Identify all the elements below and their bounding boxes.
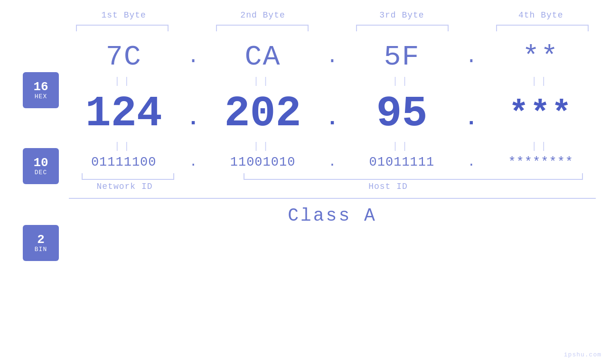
bin-byte2: 11001010: [213, 155, 313, 169]
equals-1-b4: ||: [491, 76, 591, 87]
dot-bin-2: .: [323, 155, 342, 169]
hex-badge-number: 16: [33, 81, 48, 93]
byte2-header: 2nd Byte: [213, 10, 313, 20]
byte3-header: 3rd Byte: [352, 10, 451, 20]
byte4-header: 4th Byte: [491, 10, 591, 20]
bin-row: 01111100 . 11001010 . 01011111 . *******…: [69, 155, 596, 169]
hex-badge-label: HEX: [35, 93, 47, 100]
dec-byte4: ***: [491, 95, 591, 133]
dec-badge: 10 DEC: [23, 148, 59, 184]
bin-badge: 2 BIN: [23, 225, 59, 261]
dot-dec-2: .: [323, 97, 342, 131]
page: 16 HEX 10 DEC 2 BIN 1st Byte 2nd Byte 3r…: [0, 0, 610, 364]
equals-2-b2: ||: [213, 141, 313, 152]
bracket-top-2: [216, 25, 309, 31]
dot-dec-3: .: [462, 97, 481, 131]
equals-2-b4: ||: [491, 141, 591, 152]
dot-hex-1: .: [184, 46, 203, 68]
equals-1-b1: ||: [74, 76, 174, 87]
hex-row: 7C . CA . 5F . **: [69, 41, 596, 73]
dec-byte3: 95: [352, 90, 451, 138]
bin-badge-label: BIN: [35, 246, 47, 253]
equals-row-2: || || || ||: [69, 141, 596, 152]
equals-1-b2: ||: [213, 76, 313, 87]
hex-byte4: **: [491, 41, 591, 73]
dot-hex-2: .: [323, 46, 342, 68]
dec-badge-label: DEC: [35, 169, 47, 176]
network-id-label: Network ID: [69, 182, 180, 191]
horizontal-divider: [69, 198, 596, 199]
hex-byte1: 7C: [74, 41, 174, 73]
bin-badge-number: 2: [37, 233, 45, 246]
bracket-top-3: [356, 25, 449, 31]
dot-bin-1: .: [184, 155, 203, 169]
top-brackets: [69, 25, 596, 31]
bracket-bottom-1: [82, 173, 174, 180]
dot-bin-3: .: [462, 155, 481, 169]
dot-dec-1: .: [184, 97, 203, 131]
main-content: 1st Byte 2nd Byte 3rd Byte 4th Byte 7C .…: [69, 10, 596, 226]
bracket-bottom-host: [244, 173, 583, 180]
equals-2-b3: ||: [352, 141, 451, 152]
equals-row-1: || || || ||: [69, 76, 596, 87]
dec-byte1: 124: [74, 90, 174, 138]
equals-1-b3: ||: [352, 76, 451, 87]
hex-byte2: CA: [213, 41, 313, 73]
dec-byte2: 202: [213, 90, 313, 138]
hex-byte3: 5F: [352, 41, 451, 73]
header-row: 1st Byte 2nd Byte 3rd Byte 4th Byte: [69, 10, 596, 25]
dot-hex-3: .: [462, 46, 481, 68]
class-label: Class A: [69, 205, 596, 226]
dec-badge-number: 10: [33, 157, 48, 169]
bin-byte1: 01111100: [74, 155, 174, 169]
bracket-top-1: [76, 25, 169, 31]
bin-byte3: 01011111: [352, 155, 451, 169]
dec-row: 124 . 202 . 95 . ***: [69, 90, 596, 138]
bracket-top-4: [496, 25, 589, 31]
hex-badge: 16 HEX: [23, 72, 59, 108]
bottom-brackets: [69, 173, 596, 180]
watermark: ipshu.com: [564, 351, 601, 358]
bin-byte4: ********: [491, 155, 591, 169]
equals-2-b1: ||: [74, 141, 174, 152]
byte1-header: 1st Byte: [74, 10, 174, 20]
labels-row: Network ID Host ID: [69, 182, 596, 191]
host-id-label: Host ID: [180, 182, 596, 191]
